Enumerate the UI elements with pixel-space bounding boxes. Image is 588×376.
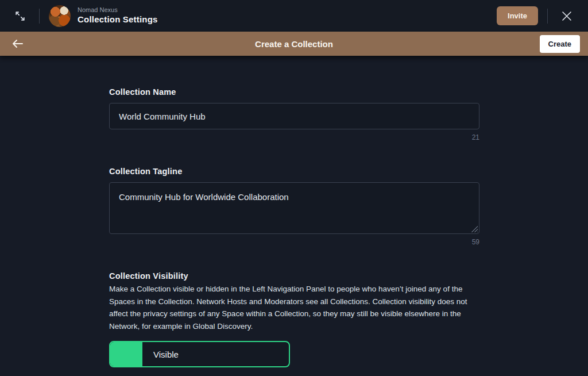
divider — [547, 9, 548, 24]
topbar-titles: Nomad Nexus Collection Settings — [78, 6, 158, 25]
back-arrow-icon[interactable] — [8, 34, 28, 53]
divider — [39, 9, 40, 24]
invite-button[interactable]: Invite — [497, 6, 538, 25]
subheader-title: Create a Collection — [0, 39, 588, 49]
toggle-state-label: Visible — [142, 342, 179, 366]
close-icon[interactable] — [557, 6, 577, 26]
page-title: Collection Settings — [78, 14, 158, 25]
visibility-description: Make a Collection visible or hidden in t… — [109, 283, 481, 332]
collection-name-input[interactable] — [109, 103, 479, 129]
collection-form: Collection Name 21 Collection Tagline Co… — [0, 56, 479, 367]
collection-name-label: Collection Name — [109, 87, 479, 97]
collection-tagline-input[interactable]: Community Hub for Worldwide Collaboratio… — [109, 182, 479, 234]
expand-icon[interactable] — [10, 6, 30, 26]
create-collection-header: Create a Collection Create — [0, 32, 588, 56]
community-name: Nomad Nexus — [78, 6, 158, 14]
create-button[interactable]: Create — [540, 35, 580, 53]
visibility-toggle[interactable]: Visible — [109, 341, 290, 367]
toggle-knob[interactable] — [110, 342, 142, 366]
collection-tagline-label: Collection Tagline — [109, 167, 479, 176]
top-bar: Nomad Nexus Collection Settings Invite — [0, 0, 588, 32]
community-avatar[interactable] — [49, 5, 71, 27]
name-char-count: 21 — [109, 133, 479, 141]
collection-visibility-label: Collection Visibility — [109, 271, 479, 281]
tagline-char-count: 59 — [109, 238, 479, 246]
